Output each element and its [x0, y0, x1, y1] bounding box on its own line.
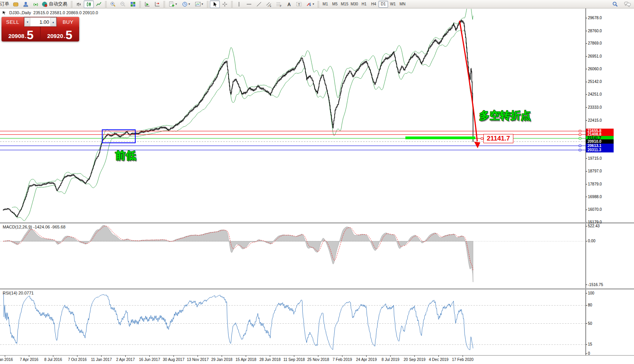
chart-shift-icon[interactable] [152, 0, 162, 8]
panel-splitter-rsi[interactable] [0, 288, 634, 290]
date-label: 28 Jun 2018 [259, 357, 280, 362]
date-label: 7 Oct 2016 [68, 357, 87, 362]
auto-trading-icon [41, 1, 48, 7]
timeframe-mn[interactable]: MN [398, 1, 407, 8]
one-click-trade-panel: SELL ▼ 1.00 ▲ BUY 20908.5 20920.5 [2, 17, 79, 41]
date-label: 25 Nov 2018 [307, 357, 329, 362]
price-tick-label: 28760.0 [588, 29, 602, 33]
cursor-icon[interactable] [210, 0, 220, 8]
macd-axis-label: 522.43 [588, 224, 600, 228]
indicators-button[interactable]: ▾ [166, 0, 179, 8]
symbol-marker-icon [2, 11, 7, 15]
zoom-in-icon[interactable] [108, 0, 118, 8]
chart-canvas[interactable] [0, 0, 634, 364]
price-tick-label: 18797.0 [588, 169, 602, 173]
new-order-button[interactable]: 订单 [0, 1, 11, 7]
equidistant-channel-icon[interactable]: E [264, 0, 274, 8]
zoom-out-icon[interactable] [118, 0, 128, 8]
price-tick-label: 19715.0 [588, 156, 602, 160]
annotation-turning-point[interactable]: 多空转折点 [479, 109, 531, 122]
buy-price-display[interactable]: 20920.5 [41, 27, 79, 41]
chart-header: DJ30-,Daily 23515.0 23581.0 20869.0 2091… [2, 10, 98, 15]
price-tick-label: 29678.0 [588, 16, 602, 20]
date-label: Jan 2016 [0, 357, 13, 362]
templates-button[interactable]: ▾ [193, 0, 206, 8]
timeframe-h4[interactable]: H4 [369, 1, 378, 8]
annotation-previous-low[interactable]: 前低 [115, 149, 136, 162]
text-icon[interactable]: A [284, 0, 294, 8]
panel-splitter-macd[interactable] [0, 222, 634, 223]
toolbar-group-cursor [210, 0, 230, 8]
price-tick-label: 26951.0 [588, 54, 602, 58]
symbol-title: DJ30-,Daily [9, 10, 31, 15]
date-label: 11 Jan 2017 [91, 357, 112, 362]
price-tick-label: 26060.0 [588, 67, 602, 71]
crosshair-icon[interactable] [220, 0, 230, 8]
date-label: 15 Apr 2018 [236, 357, 256, 362]
horizontal-line-icon[interactable] [244, 0, 254, 8]
bar-chart-icon[interactable] [74, 0, 84, 8]
volume-decrease-button[interactable]: ▼ [25, 18, 30, 26]
time-axis-border [0, 355, 634, 356]
rsi-axis-label: 50 [588, 321, 592, 326]
arrows-icon[interactable]: ▾ [304, 0, 316, 8]
periods-button[interactable]: ▾ [179, 0, 193, 8]
timeframe-h1[interactable]: H1 [359, 1, 369, 8]
date-label: 16 Jun 2017 [139, 357, 160, 362]
svg-text:T: T [298, 2, 300, 6]
date-label: 30 Aug 2017 [163, 357, 184, 362]
ohlc-values: 23515.0 23581.0 20869.0 20910.0 [33, 10, 98, 15]
date-label: 11 Sep 2018 [283, 357, 305, 362]
rsi-indicator-label: RSI(14) 20.0771 [3, 291, 34, 295]
timeframe-m30[interactable]: M30 [349, 1, 359, 8]
history-icon[interactable] [11, 0, 21, 8]
date-label: 24 Apr 2019 [356, 357, 377, 362]
price-level-label: 20311.3 [586, 148, 614, 152]
auto-trading-button[interactable]: 自动交易 [41, 1, 70, 7]
svg-text:A: A [287, 2, 291, 7]
text-label-icon[interactable]: T [294, 0, 304, 8]
volume-increase-button[interactable]: ▲ [50, 18, 56, 26]
rsi-axis-label: 15 [588, 342, 592, 346]
line-chart-icon[interactable] [94, 0, 104, 8]
candlestick-chart-icon[interactable] [84, 0, 94, 8]
toolbar-group-trading: 订单 自动交易 [0, 0, 70, 8]
date-label: 7 Apr 2016 [20, 357, 38, 362]
macd-indicator-label: MACD(12,26,9) -1424.06 -965.68 [3, 225, 65, 229]
volume-value[interactable]: 1.00 [30, 18, 50, 26]
annotation-price-tag[interactable]: 21141.7 [483, 134, 513, 143]
chat-icon[interactable] [622, 0, 632, 8]
fibonacci-icon[interactable]: F [274, 0, 284, 8]
date-label: 20 Sep 2019 [404, 357, 426, 362]
timeframe-m15[interactable]: M15 [340, 1, 349, 8]
svg-text:F: F [280, 5, 282, 7]
date-label: 13 Nov 2017 [187, 357, 209, 362]
vertical-line-icon[interactable] [234, 0, 244, 8]
price-tick-label: 25142.0 [588, 79, 602, 84]
auto-scroll-icon[interactable] [142, 0, 152, 8]
timeframe-w1[interactable]: W1 [388, 1, 398, 8]
buy-button[interactable]: BUY [57, 17, 79, 27]
price-tick-label: 16988.0 [588, 195, 602, 199]
price-tick-label: 23333.0 [588, 105, 602, 109]
date-label: 8 Jul 2019 [382, 357, 399, 362]
tile-windows-icon[interactable] [128, 0, 138, 8]
date-label: 2 Apr 2017 [116, 357, 134, 362]
toolbar-group-indicators: ▾ ▾ ▾ [166, 0, 206, 8]
timeframe-d1[interactable]: D1 [378, 1, 388, 8]
signals-icon[interactable] [31, 0, 41, 8]
timeframe-m5[interactable]: M5 [330, 1, 340, 8]
toolbar-group-scroll [142, 0, 162, 8]
sell-price-display[interactable]: 20908.5 [2, 27, 40, 41]
search-icon[interactable] [610, 0, 620, 8]
auto-trading-label: 自动交易 [49, 1, 67, 7]
date-label: 8 Jul 2016 [44, 357, 62, 362]
market-watch-icon[interactable] [21, 0, 31, 8]
price-tick-label: 22415.0 [588, 118, 602, 122]
price-tick-label: 27869.0 [588, 41, 602, 45]
timeframe-m1[interactable]: M1 [320, 1, 330, 8]
price-tick-label: 17879.0 [588, 182, 602, 186]
trendline-icon[interactable] [254, 0, 264, 8]
toolbar-group-zoom [108, 0, 138, 8]
sell-button[interactable]: SELL [2, 17, 24, 27]
